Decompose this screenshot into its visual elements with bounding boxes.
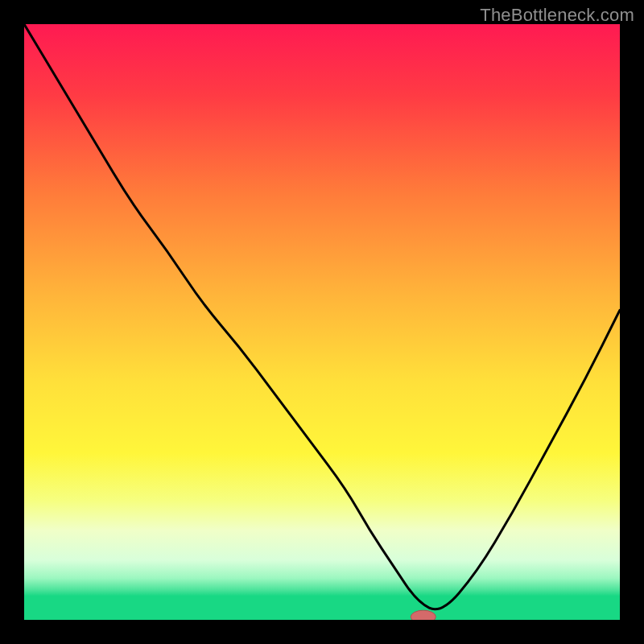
chart-svg <box>24 24 620 620</box>
optimal-marker <box>411 610 436 620</box>
chart-frame: TheBottleneck.com <box>0 0 644 644</box>
chart-background-gradient <box>24 24 620 620</box>
chart-plot-area <box>24 24 620 620</box>
watermark-text: TheBottleneck.com <box>480 5 634 26</box>
